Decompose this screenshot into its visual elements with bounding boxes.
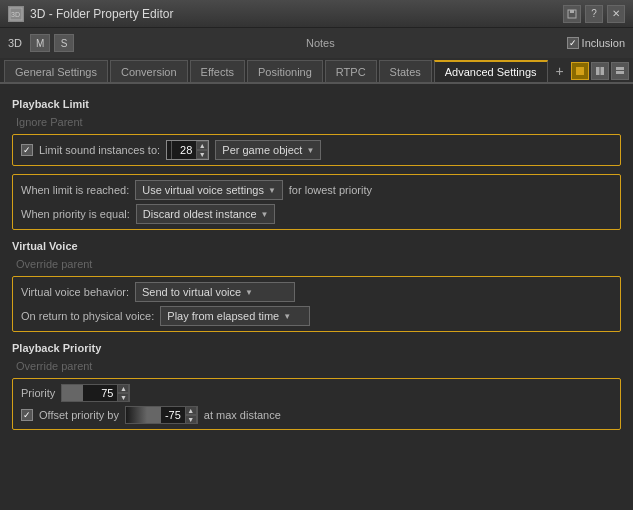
virtual-voice-box: Virtual voice behavior: Send to virtual …: [12, 276, 621, 332]
limit-value: 28: [176, 144, 196, 156]
view-full-button[interactable]: [611, 62, 629, 80]
behavior-value: Send to virtual voice: [142, 286, 241, 298]
offset-label: Offset priority by: [39, 409, 119, 421]
svg-rect-7: [616, 67, 624, 70]
limit-instances-box: ✓ Limit sound instances to: 28 ▲ ▼ Per g…: [12, 134, 621, 166]
priority-decrement[interactable]: ▼: [117, 393, 129, 402]
discard-oldest-arrow: ▼: [261, 210, 269, 219]
virtual-voice-arrow: ▼: [268, 186, 276, 195]
svg-rect-4: [576, 67, 584, 75]
lowest-priority-text: for lowest priority: [289, 184, 372, 196]
title-bar: 3D 3D - Folder Property Editor ? ✕: [0, 0, 633, 28]
save-button[interactable]: [563, 5, 581, 23]
help-button[interactable]: ?: [585, 5, 603, 23]
offset-checkbox[interactable]: ✓: [21, 409, 33, 421]
offset-increment[interactable]: ▲: [185, 406, 197, 415]
offset-decrement[interactable]: ▼: [185, 415, 197, 424]
discard-oldest-select[interactable]: Discard oldest instance ▼: [136, 204, 276, 224]
close-button[interactable]: ✕: [607, 5, 625, 23]
top-row: 3D M S Notes ✓ Inclusion: [0, 28, 633, 58]
s-button[interactable]: S: [54, 34, 74, 52]
return-label: On return to physical voice:: [21, 310, 154, 322]
notes-label: Notes: [306, 37, 335, 49]
at-max-distance-label: at max distance: [204, 409, 281, 421]
app-icon: 3D: [8, 6, 24, 22]
offset-value: -75: [161, 409, 185, 421]
view-split-button[interactable]: [591, 62, 609, 80]
svg-rect-5: [596, 67, 600, 75]
tabs-row: General Settings Conversion Effects Posi…: [0, 58, 633, 84]
virtual-voice-label: Use virtual voice settings: [142, 184, 264, 196]
main-content: Playback Limit Ignore Parent ✓ Limit sou…: [0, 84, 633, 510]
behavior-arrow: ▼: [245, 288, 253, 297]
svg-text:3D: 3D: [11, 11, 20, 18]
when-limit-label: When limit is reached:: [21, 184, 129, 196]
svg-rect-6: [601, 67, 605, 75]
svg-rect-8: [616, 71, 624, 74]
add-tab-button[interactable]: +: [550, 60, 570, 82]
3d-label: 3D: [8, 37, 22, 49]
tab-conversion[interactable]: Conversion: [110, 60, 188, 82]
virtual-voice-title: Virtual Voice: [12, 240, 621, 252]
return-arrow: ▼: [283, 312, 291, 321]
limit-checkbox[interactable]: ✓: [21, 144, 33, 156]
limit-increment[interactable]: ▲: [196, 141, 208, 150]
window-controls: ? ✕: [563, 5, 625, 23]
per-game-object-select[interactable]: Per game object ▼: [215, 140, 321, 160]
inclusion-checkbox-row[interactable]: ✓ Inclusion: [567, 37, 625, 49]
tab-effects[interactable]: Effects: [190, 60, 245, 82]
tab-rtpc[interactable]: RTPC: [325, 60, 377, 82]
priority-increment[interactable]: ▲: [117, 384, 129, 393]
playback-priority-title: Playback Priority: [12, 342, 621, 354]
return-select[interactable]: Play from elapsed time ▼: [160, 306, 310, 326]
svg-rect-3: [570, 10, 574, 13]
virtual-voice-select[interactable]: Use virtual voice settings ▼: [135, 180, 283, 200]
priority-override-label: Override parent: [16, 360, 621, 372]
discard-oldest-label: Discard oldest instance: [143, 208, 257, 220]
window-title: 3D - Folder Property Editor: [30, 7, 563, 21]
limit-decrement[interactable]: ▼: [196, 150, 208, 159]
view-single-button[interactable]: [571, 62, 589, 80]
behavior-select[interactable]: Send to virtual voice ▼: [135, 282, 295, 302]
per-game-object-arrow: ▼: [306, 146, 314, 155]
tab-general-settings[interactable]: General Settings: [4, 60, 108, 82]
priority-label: Priority: [21, 387, 55, 399]
priority-box: Priority 75 ▲ ▼ ✓ Offset priority by -75…: [12, 378, 621, 430]
view-buttons: [571, 62, 633, 82]
return-value: Play from elapsed time: [167, 310, 279, 322]
behavior-label: Virtual voice behavior:: [21, 286, 129, 298]
inclusion-label: Inclusion: [582, 37, 625, 49]
m-button[interactable]: M: [30, 34, 50, 52]
when-limit-box: When limit is reached: Use virtual voice…: [12, 174, 621, 230]
playback-limit-title: Playback Limit: [12, 98, 621, 110]
inclusion-checkbox[interactable]: ✓: [567, 37, 579, 49]
tab-states[interactable]: States: [379, 60, 432, 82]
per-game-object-label: Per game object: [222, 144, 302, 156]
priority-value: 75: [97, 387, 117, 399]
limit-label: Limit sound instances to:: [39, 144, 160, 156]
tab-advanced-settings[interactable]: Advanced Settings: [434, 60, 548, 82]
ignore-parent-label: Ignore Parent: [16, 116, 621, 128]
override-parent-label: Override parent: [16, 258, 621, 270]
when-priority-label: When priority is equal:: [21, 208, 130, 220]
tab-positioning[interactable]: Positioning: [247, 60, 323, 82]
